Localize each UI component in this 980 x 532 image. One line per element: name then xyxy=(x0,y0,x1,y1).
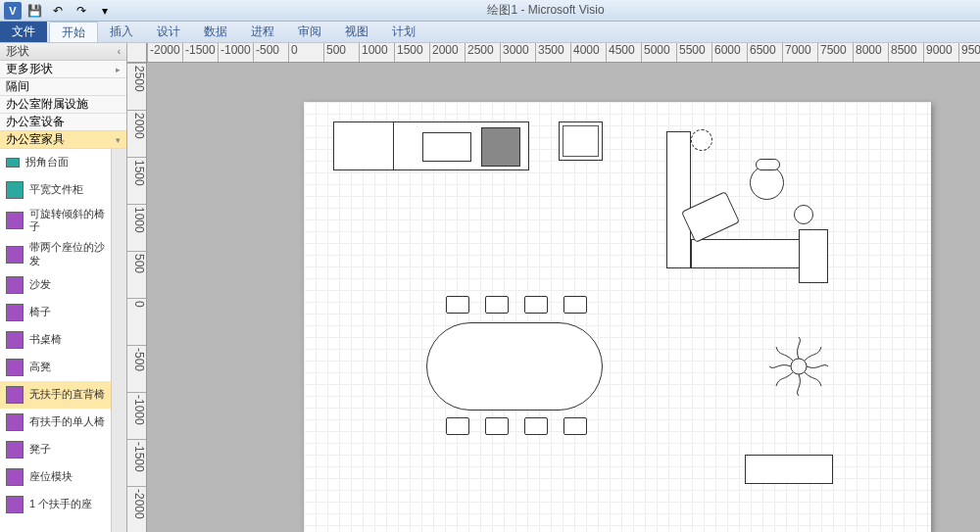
ribbon-tab-review[interactable]: 审阅 xyxy=(286,22,333,42)
shape-label: 1 个扶手的座 xyxy=(29,498,92,510)
shape-stencil-icon xyxy=(6,413,24,431)
scrollbar-vertical[interactable] xyxy=(111,149,126,532)
section-label: 隔间 xyxy=(6,78,29,95)
shape-item[interactable]: 高凳 xyxy=(0,354,111,381)
ribbon-tab-view[interactable]: 视图 xyxy=(333,22,380,42)
ribbon-tab-home[interactable]: 开始 xyxy=(49,22,98,42)
ruler-tick: 1000 xyxy=(127,204,146,233)
undo-button[interactable]: ↶ xyxy=(47,2,69,20)
ruler-horizontal[interactable]: -2000-1500-1000-500050010001500200025003… xyxy=(147,43,980,63)
ruler-tick: 4500 xyxy=(606,43,635,62)
ruler-tick: 2000 xyxy=(429,43,459,62)
chair-shape[interactable] xyxy=(524,296,548,314)
round-table-shape[interactable] xyxy=(794,205,813,224)
ruler-vertical[interactable]: 25002000150010005000-500-1000-1500-2000 xyxy=(127,63,147,532)
shape-item[interactable]: 拐角台面 xyxy=(0,149,111,176)
shape-item[interactable]: 书桌椅 xyxy=(0,326,111,354)
shape-stencil-icon xyxy=(6,181,24,199)
ruler-tick: -1000 xyxy=(127,392,146,425)
chair-shape[interactable] xyxy=(446,417,469,435)
more-shapes-label: 更多形状 xyxy=(6,61,53,77)
sofa-l-shape[interactable] xyxy=(666,131,691,268)
conference-table-shape[interactable] xyxy=(426,322,603,411)
ruler-tick: -1000 xyxy=(218,43,251,62)
section-label: 办公室设备 xyxy=(6,114,65,130)
ruler-tick: 1000 xyxy=(359,43,388,62)
shapes-panel-header[interactable]: 形状 ‹ xyxy=(0,43,126,61)
chair-shape[interactable] xyxy=(524,417,548,435)
shape-stencil-icon xyxy=(6,386,24,404)
ruler-tick: -500 xyxy=(253,43,279,62)
shape-item[interactable]: 座位模块 xyxy=(0,463,111,491)
shape-stencil-icon xyxy=(6,276,24,294)
shape-label: 平宽文件柜 xyxy=(29,183,83,196)
ruler-tick: -500 xyxy=(127,345,146,371)
ruler-tick: 9000 xyxy=(923,43,953,62)
plant-shape[interactable] xyxy=(691,129,712,151)
shape-stencil-icon xyxy=(6,212,24,229)
shape-item[interactable]: 可旋转倾斜的椅子 xyxy=(0,204,111,237)
app-icon[interactable]: V xyxy=(4,2,22,20)
shape-item[interactable]: 1 个扶手的座 xyxy=(0,491,111,518)
ribbon-tab-process[interactable]: 进程 xyxy=(239,22,286,42)
section-furniture[interactable]: 办公室家具 ▾ xyxy=(0,131,126,149)
shape-item[interactable]: 平宽文件柜 xyxy=(0,176,111,204)
shape-stencil-icon xyxy=(6,359,24,376)
shape-label: 可旋转倾斜的椅子 xyxy=(29,208,105,233)
shapes-panel-title: 形状 xyxy=(6,43,29,60)
chair-shape[interactable] xyxy=(564,296,587,314)
section-accessories[interactable]: 办公室附属设施 xyxy=(0,96,126,114)
ribbon-tab-plan[interactable]: 计划 xyxy=(380,22,427,42)
section-partition[interactable]: 隔间 xyxy=(0,78,126,96)
drawing-page[interactable] xyxy=(304,102,931,532)
ruler-tick: -1500 xyxy=(182,43,216,62)
ruler-tick: 7500 xyxy=(817,43,847,62)
shape-item[interactable]: 椅子 xyxy=(0,299,111,326)
chevron-left-icon[interactable]: ‹ xyxy=(118,46,121,57)
ruler-tick: 7000 xyxy=(782,43,811,62)
ribbon-tab-design[interactable]: 设计 xyxy=(145,22,192,42)
chair-shape[interactable] xyxy=(485,417,509,435)
chair-shape[interactable] xyxy=(485,296,509,314)
ruler-tick: 3500 xyxy=(535,43,564,62)
ruler-tick: 1500 xyxy=(127,157,146,186)
more-shapes-row[interactable]: 更多形状 ▸ xyxy=(0,61,126,78)
section-label: 办公室附属设施 xyxy=(6,96,88,113)
shape-label: 座位模块 xyxy=(29,470,73,483)
ruler-tick: 5000 xyxy=(641,43,670,62)
sink-shape[interactable] xyxy=(559,121,603,161)
cabinet-shape[interactable] xyxy=(333,121,529,170)
ruler-tick: 500 xyxy=(323,43,346,62)
plant-large-shape[interactable] xyxy=(764,332,833,401)
ruler-tick: 2000 xyxy=(127,110,146,139)
desk-shape[interactable] xyxy=(745,455,833,484)
ruler-tick: 6500 xyxy=(747,43,776,62)
save-button[interactable]: 💾 xyxy=(24,2,45,20)
sofa-shape[interactable] xyxy=(691,239,808,268)
ruler-tick: 1500 xyxy=(394,43,423,62)
shape-label: 高凳 xyxy=(29,361,51,373)
side-chair-shape[interactable] xyxy=(750,166,784,200)
shape-label: 拐角台面 xyxy=(25,156,69,169)
section-equipment[interactable]: 办公室设备 xyxy=(0,114,126,131)
shape-item[interactable]: 凳子 xyxy=(0,436,111,463)
qat-dropdown[interactable]: ▾ xyxy=(94,2,116,20)
shape-item[interactable]: 沙发 xyxy=(0,271,111,299)
ruler-tick: 500 xyxy=(127,251,146,273)
arrow-right-icon: ▸ xyxy=(116,65,121,74)
chair-shape[interactable] xyxy=(564,417,587,435)
canvas-viewport[interactable] xyxy=(147,63,980,532)
shelf-shape[interactable] xyxy=(799,229,828,283)
ribbon-tab-insert[interactable]: 插入 xyxy=(98,22,145,42)
ribbon-tabs: 文件 开始 插入 设计 数据 进程 审阅 视图 计划 xyxy=(0,22,980,43)
ruler-tick: 5500 xyxy=(676,43,706,62)
ribbon-tab-data[interactable]: 数据 xyxy=(192,22,239,42)
shape-item[interactable]: 有扶手的单人椅 xyxy=(0,409,111,436)
redo-button[interactable]: ↷ xyxy=(71,2,92,20)
ribbon-tab-file[interactable]: 文件 xyxy=(0,22,47,42)
shape-item[interactable]: 带两个座位的沙发 xyxy=(0,237,111,270)
chair-shape[interactable] xyxy=(446,296,469,314)
shape-list[interactable]: 拐角台面平宽文件柜可旋转倾斜的椅子带两个座位的沙发沙发椅子书桌椅高凳无扶手的直背… xyxy=(0,149,111,532)
shape-item[interactable]: 无扶手的直背椅 xyxy=(0,381,111,409)
shape-stencil-icon xyxy=(6,158,20,168)
